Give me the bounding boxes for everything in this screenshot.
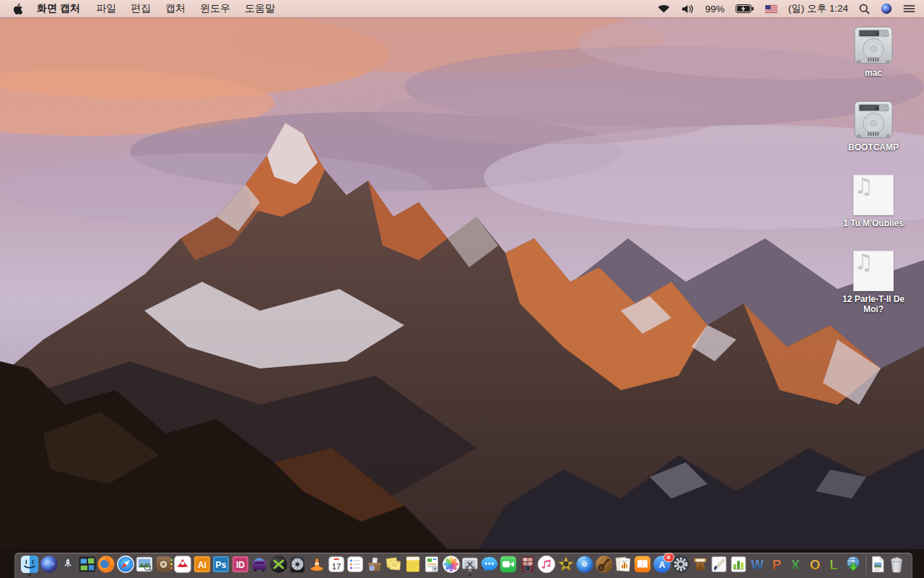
status-battery-charging-icon[interactable] xyxy=(736,4,754,13)
desktop-icon-12-parle-t-il-de-moi-[interactable]: ♫12 Parle-T-Il De Moi? xyxy=(836,251,911,314)
dock-item-downloader[interactable] xyxy=(844,555,863,577)
launchpad-icon xyxy=(58,555,77,574)
downloader-icon xyxy=(844,555,863,574)
desktop-icon-bootcamp[interactable]: BOOTCAMP xyxy=(848,100,899,152)
dock-item-dvd-player[interactable] xyxy=(575,555,594,577)
dock-item-excel[interactable]: X xyxy=(786,555,805,577)
dock-item-document-app[interactable] xyxy=(422,555,441,577)
status-clock[interactable]: (일) 오후 1:24 xyxy=(788,2,848,15)
dock-item-lync[interactable]: L xyxy=(824,555,843,577)
itunes-icon xyxy=(537,555,556,574)
dock-item-trash[interactable] xyxy=(887,555,906,577)
dock-item-mission-control[interactable] xyxy=(78,555,97,577)
system-preferences-icon xyxy=(671,555,690,574)
desktop-icon-label: BOOTCAMP xyxy=(848,142,899,152)
video-converter-icon xyxy=(269,555,288,574)
toast-icon xyxy=(250,555,269,574)
dock-item-siri[interactable] xyxy=(40,555,58,577)
status-spotlight-search-icon[interactable] xyxy=(859,4,870,14)
powerpoint-icon: P xyxy=(767,555,786,574)
vlc-icon xyxy=(308,555,326,574)
dock-item-keynote[interactable] xyxy=(691,555,710,577)
garageband-icon xyxy=(595,555,614,574)
dock-item-notepad[interactable] xyxy=(404,555,422,577)
dock-item-imovie[interactable] xyxy=(557,555,575,577)
dock-item-app-store[interactable]: A4 xyxy=(653,555,671,577)
dock-item-video-converter[interactable] xyxy=(269,555,288,577)
dock-item-illustrator[interactable]: Ai xyxy=(193,555,212,577)
dock-item-launchpad[interactable] xyxy=(58,555,77,577)
screen-capture-icon xyxy=(461,555,479,574)
dock-item-safari[interactable] xyxy=(116,555,135,577)
disc-utility-icon xyxy=(288,555,307,574)
dock-item-document-file[interactable] xyxy=(868,555,887,577)
calendar-icon: 17 xyxy=(327,555,346,574)
dock-item-preview[interactable] xyxy=(135,555,154,577)
dock-item-stickies[interactable] xyxy=(384,555,403,577)
dock-item-ibooks[interactable] xyxy=(633,555,652,577)
menu-item-3[interactable]: 캡처 xyxy=(158,2,193,15)
indesign-icon: ID xyxy=(231,555,250,574)
svg-text:O: O xyxy=(810,557,820,572)
dock-item-facetime[interactable] xyxy=(499,555,518,577)
active-app-menu[interactable]: 화면 캡처 xyxy=(30,2,89,15)
music-note-glyph: ♫ xyxy=(854,249,873,275)
numbers-icon xyxy=(729,555,748,574)
running-indicator xyxy=(28,574,31,577)
status-battery-percent[interactable]: 99% xyxy=(705,4,725,14)
status-us-flag-icon[interactable] xyxy=(765,5,777,13)
dock-item-system-preferences[interactable] xyxy=(671,555,690,577)
desktop-icon-mac[interactable]: mac xyxy=(851,26,896,78)
document-app-icon xyxy=(422,555,441,574)
dock-separator xyxy=(865,555,866,575)
dock-item-mail-archive[interactable]: @ xyxy=(365,555,384,577)
dock-item-contacts-book[interactable] xyxy=(154,555,173,577)
dock: AiPsID17@A4WPXOL xyxy=(14,553,912,578)
dock-item-photos[interactable] xyxy=(442,555,461,577)
status-volume-icon[interactable] xyxy=(681,4,694,14)
menu-item-1[interactable]: 파일 xyxy=(89,2,123,15)
dock-item-screen-capture[interactable] xyxy=(461,555,479,577)
dock-item-vlc[interactable] xyxy=(308,555,326,577)
dock-item-calendar[interactable]: 17 xyxy=(327,555,346,577)
imovie-icon xyxy=(557,555,575,574)
dock-item-numbers[interactable] xyxy=(729,555,748,577)
menu-item-2[interactable]: 편집 xyxy=(123,2,158,15)
dock-item-itunes[interactable] xyxy=(537,555,556,577)
status-wifi-icon[interactable] xyxy=(658,4,670,13)
running-indicator xyxy=(468,574,471,577)
menu-item-4[interactable]: 윈도우 xyxy=(193,2,237,15)
dock-item-toast[interactable] xyxy=(250,555,269,577)
keynote-icon xyxy=(691,555,710,574)
dock-item-photoshop[interactable]: Ps xyxy=(212,555,230,577)
menu-item-5[interactable]: 도움말 xyxy=(237,2,282,15)
dock-item-acrobat-reader[interactable] xyxy=(173,555,192,577)
dock-item-photo-booth[interactable] xyxy=(518,555,537,577)
outlook-icon: O xyxy=(806,555,824,574)
dock-item-indesign[interactable]: ID xyxy=(231,555,250,577)
dock-item-word[interactable]: W xyxy=(748,555,767,577)
status-siri-icon[interactable] xyxy=(881,3,892,14)
desktop-wallpaper xyxy=(0,0,924,578)
status-notification-center-icon[interactable] xyxy=(903,4,915,13)
dock-item-garageband[interactable] xyxy=(595,555,614,577)
apple-icon xyxy=(13,4,22,14)
dock-item-disc-utility[interactable] xyxy=(288,555,307,577)
firefox-icon xyxy=(97,555,116,574)
dock-item-pages[interactable] xyxy=(710,555,728,577)
pages-icon xyxy=(710,555,728,574)
reminders-icon xyxy=(346,555,365,574)
dock-item-reminders[interactable] xyxy=(346,555,365,577)
excel-icon: X xyxy=(786,555,805,574)
dock-item-outlook[interactable]: O xyxy=(806,555,824,577)
dock-item-powerpoint[interactable]: P xyxy=(767,555,786,577)
dock-item-firefox[interactable] xyxy=(97,555,116,577)
document-file-icon xyxy=(868,555,887,574)
contacts-book-icon xyxy=(154,555,173,574)
dock-item-docs-chart[interactable] xyxy=(614,555,632,577)
apple-menu[interactable] xyxy=(13,4,22,14)
desktop-icon-1-tu-m-oublies[interactable]: ♫1 Tu M'Oublies xyxy=(843,175,904,228)
dock-item-finder[interactable] xyxy=(20,555,39,577)
photo-booth-icon xyxy=(518,555,537,574)
dock-item-messages[interactable] xyxy=(480,555,499,577)
